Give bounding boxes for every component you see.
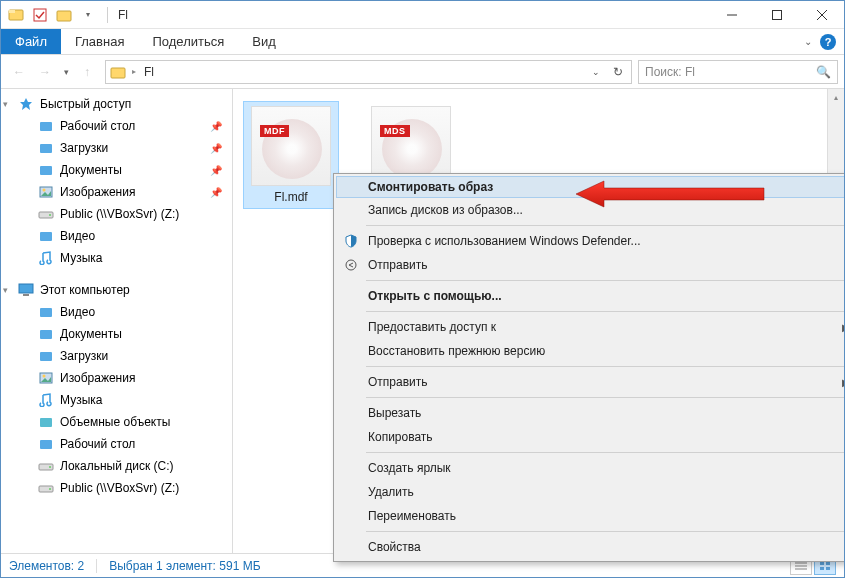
tree-item[interactable]: Музыка — [1, 389, 232, 411]
address-folder-icon — [108, 63, 128, 81]
menu-separator — [366, 311, 845, 312]
file-item[interactable]: MDFFl.mdf — [243, 101, 339, 209]
tab-share[interactable]: Поделиться — [138, 29, 238, 54]
menu-item[interactable]: Создать ярлык — [336, 456, 845, 480]
pin-icon: 📌 — [210, 143, 222, 154]
svg-rect-38 — [820, 567, 824, 570]
menu-item[interactable]: Смонтировать образ — [336, 176, 845, 198]
menu-item[interactable]: Проверка с использованием Windows Defend… — [336, 229, 845, 253]
tree-item[interactable]: Загрузки📌 — [1, 137, 232, 159]
nav-back-button[interactable]: ← — [7, 60, 31, 84]
address-dropdown-button[interactable]: ⌄ — [585, 61, 607, 83]
breadcrumb-current[interactable]: Fl — [140, 65, 158, 79]
file-tab[interactable]: Файл — [1, 29, 61, 54]
tree-this-pc[interactable]: ▾ Этот компьютер — [1, 279, 232, 301]
tree-item[interactable]: Public (\\VBoxSvr) (Z:) — [1, 477, 232, 499]
svg-rect-22 — [40, 352, 52, 361]
svg-rect-5 — [772, 10, 781, 19]
videos-icon — [37, 228, 55, 244]
menu-item[interactable]: Запись дисков из образов... — [336, 198, 845, 222]
svg-rect-12 — [40, 166, 52, 175]
tree-item[interactable]: Музыка — [1, 247, 232, 269]
music-icon — [37, 250, 55, 266]
menu-item[interactable]: Отправить▶ — [336, 370, 845, 394]
menu-separator — [366, 452, 845, 453]
address-bar[interactable]: ▸ Fl ⌄ ↻ — [105, 60, 632, 84]
netdrive-icon — [37, 480, 55, 496]
menu-separator — [366, 397, 845, 398]
tree-item[interactable]: Видео — [1, 301, 232, 323]
menu-item[interactable]: Открыть с помощью... — [336, 284, 845, 308]
downloads-icon — [37, 348, 55, 364]
documents-icon — [37, 326, 55, 342]
search-input[interactable]: Поиск: Fl 🔍 — [638, 60, 838, 84]
tree-item[interactable]: Объемные объекты — [1, 411, 232, 433]
shield-icon — [342, 232, 360, 250]
svg-point-28 — [49, 466, 51, 468]
menu-item[interactable]: Переименовать — [336, 504, 845, 528]
pc-icon — [17, 282, 35, 298]
tab-view[interactable]: Вид — [238, 29, 290, 54]
close-button[interactable] — [799, 1, 844, 29]
search-placeholder: Поиск: Fl — [645, 65, 695, 79]
documents-icon — [37, 162, 55, 178]
menu-item[interactable]: Отправить — [336, 253, 845, 277]
ribbon-expand-icon[interactable]: ⌄ — [804, 36, 812, 47]
window-controls — [709, 1, 844, 29]
refresh-button[interactable]: ↻ — [607, 61, 629, 83]
tab-home[interactable]: Главная — [61, 29, 138, 54]
nav-forward-button[interactable]: → — [33, 60, 57, 84]
svg-rect-20 — [40, 308, 52, 317]
maximize-button[interactable] — [754, 1, 799, 29]
file-badge: MDS — [380, 125, 410, 137]
tree-item[interactable]: Документы — [1, 323, 232, 345]
tree-item[interactable]: Изображения📌 — [1, 181, 232, 203]
qat-dropdown-icon[interactable]: ▾ — [77, 4, 99, 26]
svg-rect-18 — [19, 284, 33, 293]
pin-icon: 📌 — [210, 121, 222, 132]
svg-point-14 — [43, 189, 46, 192]
search-icon: 🔍 — [816, 65, 831, 79]
qat-newfolder-icon[interactable] — [53, 4, 75, 26]
menu-item[interactable]: Удалить — [336, 480, 845, 504]
tree-item[interactable]: Public (\\VBoxSvr) (Z:) — [1, 203, 232, 225]
tree-item[interactable]: Загрузки — [1, 345, 232, 367]
tree-item[interactable]: Рабочий стол — [1, 433, 232, 455]
svg-rect-21 — [40, 330, 52, 339]
scroll-up-button[interactable]: ▴ — [828, 89, 844, 106]
svg-rect-10 — [40, 122, 52, 131]
tree-item[interactable]: Документы📌 — [1, 159, 232, 181]
pin-icon: 📌 — [210, 165, 222, 176]
nav-history-dropdown[interactable]: ▾ — [59, 60, 73, 84]
menu-item[interactable]: Копировать — [336, 425, 845, 449]
help-icon[interactable]: ? — [820, 34, 836, 50]
menu-separator — [366, 531, 845, 532]
drive-icon — [37, 458, 55, 474]
menu-item[interactable]: Вырезать — [336, 401, 845, 425]
svg-rect-26 — [40, 440, 52, 449]
nav-up-button[interactable]: ↑ — [75, 60, 99, 84]
menu-item[interactable]: Свойства — [336, 535, 845, 559]
svg-point-31 — [346, 260, 356, 270]
tree-item[interactable]: Локальный диск (C:) — [1, 455, 232, 477]
breadcrumb-separator[interactable]: ▸ — [128, 67, 140, 76]
star-icon — [17, 96, 35, 112]
minimize-button[interactable] — [709, 1, 754, 29]
file-badge: MDF — [260, 125, 289, 137]
tree-item[interactable]: Изображения — [1, 367, 232, 389]
svg-point-16 — [49, 214, 51, 216]
svg-rect-25 — [40, 418, 52, 427]
svg-rect-8 — [111, 68, 125, 78]
3d-icon — [37, 414, 55, 430]
menu-item[interactable]: Восстановить прежнюю версию — [336, 339, 845, 363]
tree-quick-access[interactable]: ▾ Быстрый доступ — [1, 93, 232, 115]
ribbon-tabs: Файл Главная Поделиться Вид ⌄ ? — [1, 29, 844, 55]
navigation-tree[interactable]: ▾ Быстрый доступ Рабочий стол📌Загрузки📌Д… — [1, 89, 233, 553]
tree-item[interactable]: Рабочий стол📌 — [1, 115, 232, 137]
menu-item[interactable]: Предоставить доступ к▶ — [336, 315, 845, 339]
pin-icon: 📌 — [210, 187, 222, 198]
qat-properties-icon[interactable] — [29, 4, 51, 26]
context-menu: Смонтировать образЗапись дисков из образ… — [333, 173, 845, 562]
tree-item[interactable]: Видео — [1, 225, 232, 247]
svg-rect-3 — [57, 11, 71, 21]
